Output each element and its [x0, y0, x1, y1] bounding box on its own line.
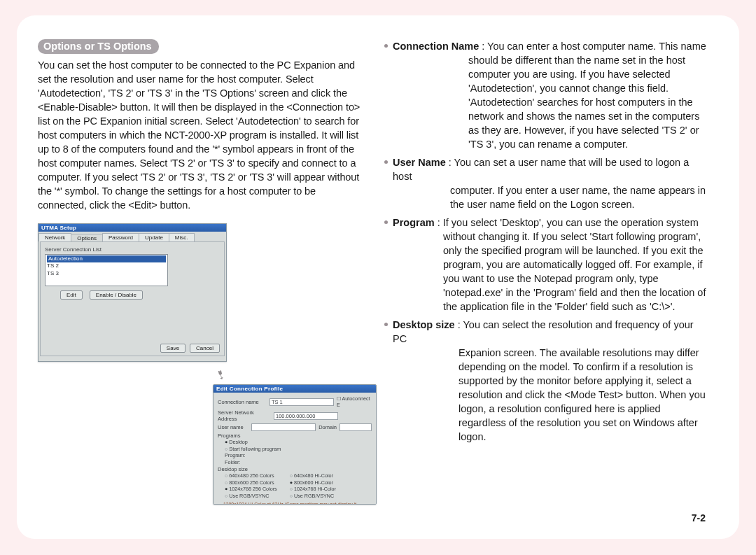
bullet-title: Desktop size — [393, 319, 455, 330]
radio-desktop[interactable]: Desktop — [225, 439, 372, 446]
bullet-title: Program — [393, 217, 435, 228]
resolution-option[interactable]: 1024x768 Hi-Color — [290, 486, 336, 493]
edit-button[interactable]: Edit — [60, 290, 83, 300]
user-name-label: User name — [218, 424, 248, 430]
resolution-option[interactable]: 800x600 256 Colors — [225, 479, 277, 486]
domain-label: Domain — [318, 424, 337, 430]
desktop-size-label: Desktop size — [218, 466, 372, 472]
resolution-option[interactable]: 800x600 Hi-Color — [290, 479, 336, 486]
bullet-item: Desktop size : You can select the resolu… — [383, 318, 710, 444]
manual-page: Options or TS Options You can set the ho… — [17, 15, 739, 539]
list-item[interactable]: TS 3 — [47, 270, 166, 277]
resolution-group: 640x480 256 Colors 800x600 256 Colors 10… — [225, 472, 372, 500]
edit-profile-form: Connection name TS 1 Autoconnect E Serve… — [214, 393, 376, 505]
bullet-lead: : If you select 'Desktop', you can use t… — [435, 217, 699, 228]
bullet-rest: computer. If you enter a user name, the … — [393, 183, 710, 211]
options-body: You can set the host computer to be conn… — [38, 58, 365, 212]
tab-network[interactable]: Network — [38, 233, 71, 241]
window-title: UTMA Setup — [38, 224, 226, 232]
resolution-option[interactable]: Use RGB/VSYNC — [290, 493, 336, 500]
resolution-option[interactable]: 640x480 256 Colors — [225, 472, 277, 479]
list-item[interactable]: TS 2 — [47, 262, 166, 269]
tab-password[interactable]: Password — [102, 233, 139, 241]
list-item[interactable]: Autodetection — [47, 255, 166, 262]
bullet-lead: : You can enter a host computer name. Th… — [479, 41, 706, 52]
options-panel: Server Connection List Autodetection TS … — [40, 241, 225, 356]
program-label: Program: — [225, 452, 372, 459]
section-title: Options or TS Options — [38, 39, 159, 54]
tab-misc[interactable]: Misc. — [169, 233, 195, 241]
ts-options-screenshot: UTMA Setup Network Options Password Upda… — [38, 223, 227, 362]
resolution-option[interactable]: 640x480 Hi-Color — [290, 472, 336, 479]
page-number: 7-2 — [692, 512, 706, 524]
bullet-title: User Name — [393, 157, 446, 168]
tab-update[interactable]: Update — [139, 233, 169, 241]
tab-strip: Network Options Password Update Misc. — [38, 232, 226, 241]
edit-profile-screenshot: Edit Connection Profile Connection name … — [213, 384, 377, 505]
resolution-option[interactable]: 1024x768 256 Colors — [225, 486, 277, 493]
server-address-label: Server Network Address — [218, 409, 271, 422]
bullet-title: Connection Name — [393, 41, 479, 52]
save-button[interactable]: Save — [160, 344, 186, 353]
resolution-option[interactable]: Use RGB/VSYNC — [225, 493, 277, 500]
programs-label: Programs — [218, 433, 372, 439]
bullet-rest: Expanion screen. The available resolutio… — [393, 346, 710, 444]
screenshots-area: UTMA Setup Network Options Password Upda… — [38, 222, 365, 453]
enable-disable-button[interactable]: Enable / Disable — [90, 290, 143, 300]
connection-name-label: Connection name — [218, 399, 267, 405]
radio-start-program[interactable]: Start following program — [225, 446, 372, 453]
server-connection-list[interactable]: Autodetection TS 2 TS 3 — [45, 254, 168, 286]
connection-name-input[interactable]: TS 1 — [270, 398, 334, 406]
bullet-item: Program : If you select 'Desktop', you c… — [383, 216, 710, 314]
cancel-button[interactable]: Cancel — [190, 344, 220, 353]
left-column: Options or TS Options You can set the ho… — [38, 39, 365, 525]
server-address-input[interactable]: 100.000.000.000 — [274, 412, 338, 420]
window-title: Edit Connection Profile — [214, 385, 376, 393]
folder-label: Folder: — [225, 459, 372, 466]
right-column: Connection Name : You can enter a host c… — [383, 39, 710, 525]
programs-group: Desktop Start following program Program:… — [225, 439, 372, 466]
bullet-item: User Name : You can set a user name that… — [383, 155, 710, 211]
bullet-rest: without changing it. If you select 'Star… — [393, 230, 710, 314]
bullet-rest: should be different than the name set in… — [393, 53, 710, 151]
arrow-icon: ➷ — [213, 366, 230, 385]
bullet-item: Connection Name : You can enter a host c… — [383, 39, 710, 151]
server-list-label: Server Connection List — [45, 246, 220, 253]
user-name-input[interactable] — [251, 423, 316, 431]
domain-input[interactable] — [340, 423, 372, 431]
autoconnect-checkbox[interactable]: Autoconnect E — [337, 395, 372, 408]
resolution-note: 1280x1024 Hi-Color at 63Hz (Some monitor… — [223, 502, 372, 505]
